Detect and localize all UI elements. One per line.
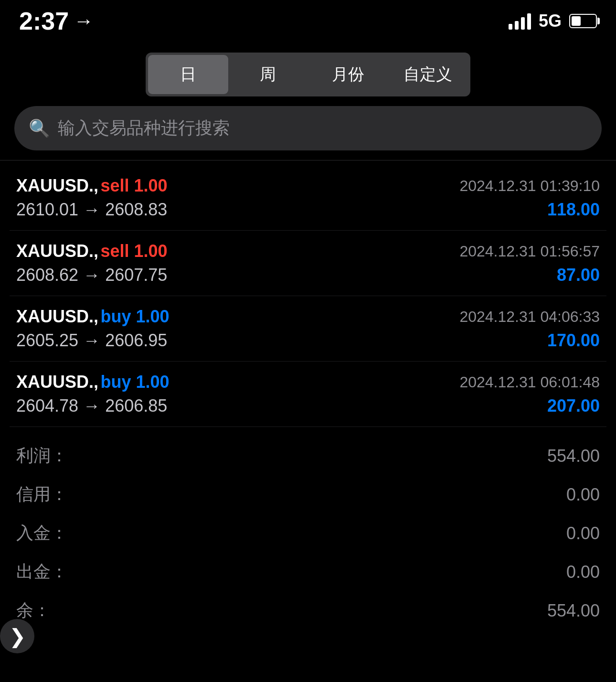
summary-balance: 余： 554.00 (10, 591, 606, 630)
network-type: 5G (539, 11, 562, 31)
trade-symbol-action: XAUUSD., sell 1.00 (16, 176, 168, 196)
location-icon: → (74, 10, 94, 32)
trade-footer: 2605.25 → 2606.95 170.00 (16, 330, 600, 351)
search-input[interactable]: 输入交易品种进行搜索 (58, 117, 230, 140)
trade-datetime: 2024.12.31 04:06:33 (459, 308, 600, 326)
trade-header: XAUUSD., buy 1.00 2024.12.31 06:01:48 (16, 372, 600, 392)
trade-action: buy 1.00 (100, 372, 169, 392)
summary-credit-label: 信用： (16, 483, 68, 506)
trade-header: XAUUSD., sell 1.00 2024.12.31 01:56:57 (16, 241, 600, 261)
trade-symbol-action: XAUUSD., buy 1.00 (16, 372, 170, 392)
trade-symbol: XAUUSD., (16, 241, 98, 261)
tab-day[interactable]: 日 (148, 55, 228, 94)
trade-price: 2608.62 → 2607.75 (16, 265, 167, 285)
period-tabs: 日 周 月份 自定义 (19, 53, 597, 96)
trade-profit: 207.00 (547, 396, 600, 416)
time-display: 2:37 (19, 7, 69, 35)
summary-credit: 信用： 0.00 (10, 475, 606, 514)
status-time: 2:37 → (19, 7, 94, 35)
trade-symbol-action: XAUUSD., sell 1.00 (16, 241, 168, 261)
trade-header: XAUUSD., buy 1.00 2024.12.31 04:06:33 (16, 307, 600, 327)
summary-deposit-label: 入金： (16, 522, 68, 545)
trade-price: 2610.01 → 2608.83 (16, 200, 167, 220)
trade-symbol-action: XAUUSD., buy 1.00 (16, 307, 170, 327)
trade-action: sell 1.00 (100, 241, 167, 261)
summary-withdraw: 出金： 0.00 (10, 553, 606, 591)
trade-footer: 2608.62 → 2607.75 87.00 (16, 265, 600, 285)
tab-week[interactable]: 周 (228, 55, 308, 94)
summary-profit-label: 利润： (16, 444, 68, 468)
signal-bars (509, 12, 531, 30)
trade-price: 2604.78 → 2606.85 (16, 396, 167, 416)
trade-footer: 2604.78 → 2606.85 207.00 (16, 396, 600, 416)
status-right: 5G (509, 11, 597, 31)
trade-datetime: 2024.12.31 01:39:10 (459, 177, 600, 195)
trade-symbol: XAUUSD., (16, 307, 98, 326)
chevron-right-icon: ❯ (9, 625, 26, 648)
summary-section: 利润： 554.00 信用： 0.00 入金： 0.00 出金： 0.00 余：… (0, 427, 616, 630)
trade-item[interactable]: XAUUSD., sell 1.00 2024.12.31 01:56:57 2… (10, 231, 606, 296)
search-bar-container: 🔍 输入交易品种进行搜索 (14, 106, 602, 150)
trade-item[interactable]: XAUUSD., sell 1.00 2024.12.31 01:39:10 2… (10, 165, 606, 231)
battery-icon (569, 14, 597, 28)
trade-item[interactable]: XAUUSD., buy 1.00 2024.12.31 04:06:33 26… (10, 296, 606, 362)
summary-profit: 利润： 554.00 (10, 437, 606, 475)
summary-withdraw-label: 出金： (16, 560, 68, 584)
trade-footer: 2610.01 → 2608.83 118.00 (16, 200, 600, 220)
tab-custom[interactable]: 自定义 (388, 55, 468, 94)
summary-deposit-value: 0.00 (566, 523, 600, 543)
trade-header: XAUUSD., sell 1.00 2024.12.31 01:39:10 (16, 176, 600, 196)
trade-profit: 87.00 (557, 265, 600, 285)
trade-action: buy 1.00 (100, 307, 169, 326)
search-bar[interactable]: 🔍 输入交易品种进行搜索 (14, 106, 602, 150)
search-icon: 🔍 (29, 118, 50, 139)
trade-item[interactable]: XAUUSD., buy 1.00 2024.12.31 06:01:48 26… (10, 362, 606, 427)
trade-profit: 118.00 (547, 200, 600, 220)
summary-credit-value: 0.00 (566, 485, 600, 505)
tab-month[interactable]: 月份 (308, 55, 388, 94)
trade-symbol: XAUUSD., (16, 176, 98, 195)
summary-deposit: 入金： 0.00 (10, 514, 606, 553)
trade-symbol: XAUUSD., (16, 372, 98, 392)
status-bar: 2:37 → 5G (0, 0, 616, 38)
tabs-container: 日 周 月份 自定义 (146, 53, 470, 96)
summary-balance-label: 余： (16, 599, 51, 622)
trade-list: XAUUSD., sell 1.00 2024.12.31 01:39:10 2… (0, 165, 616, 427)
section-divider (0, 160, 616, 160)
trade-profit: 170.00 (547, 330, 600, 351)
trade-datetime: 2024.12.31 06:01:48 (459, 373, 600, 391)
trade-price: 2605.25 → 2606.95 (16, 330, 167, 351)
trade-action: sell 1.00 (100, 176, 167, 195)
summary-profit-value: 554.00 (547, 446, 600, 466)
bottom-nav-button[interactable]: ❯ (0, 619, 34, 653)
summary-withdraw-value: 0.00 (566, 562, 600, 582)
trade-datetime: 2024.12.31 01:56:57 (459, 243, 600, 260)
summary-balance-value: 554.00 (547, 601, 600, 621)
